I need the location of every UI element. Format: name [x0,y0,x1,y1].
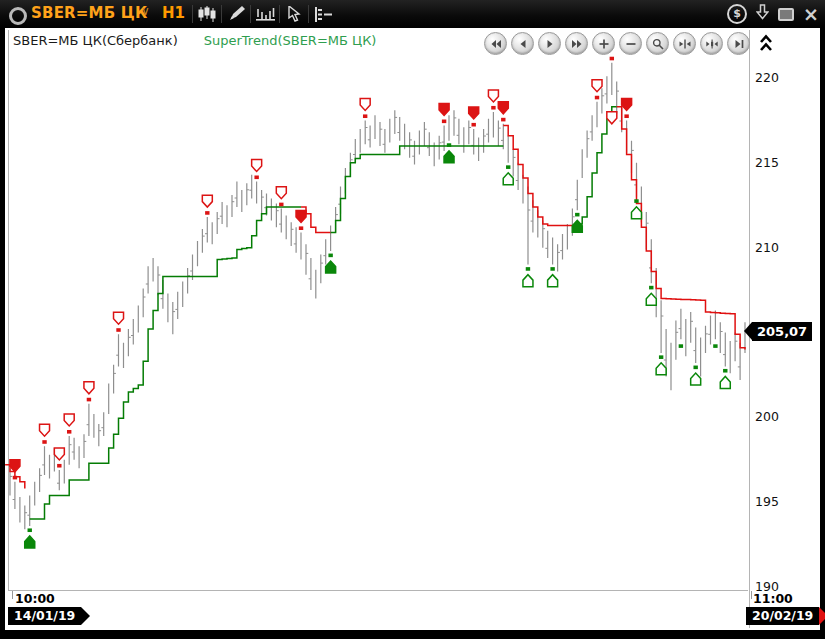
title-bar[interactable]: SBER=МБ ЦК ∨ H1 [0,0,825,28]
restore-icon[interactable] [778,8,794,21]
sell-dot-icon [299,226,303,230]
buy-dot-icon [723,369,727,373]
buy-signal-icon [444,151,454,163]
levels-icon[interactable] [311,3,335,25]
buy-dot-icon [713,344,717,348]
scroll-right-button[interactable] [538,32,561,55]
time-axis-tick [751,591,752,599]
sell-dot-icon [116,328,120,332]
buy-dot-icon [28,528,32,532]
sell-signal-icon [276,187,286,199]
sell-dot-icon [442,120,446,124]
buy-dot-icon [550,267,554,271]
sell-dot-icon [610,57,614,61]
buy-signal-icon [572,220,582,232]
buy-dot-icon [659,355,663,359]
sell-dot-icon [491,106,495,110]
sell-dot-icon [471,123,475,127]
toolbar-separator [308,5,309,23]
sell-signal-icon [469,107,479,119]
sell-signal-icon [40,424,50,436]
buy-signal-icon [548,275,558,287]
currency-icon[interactable]: $ [727,4,747,24]
compress-bars-button[interactable] [700,32,723,55]
date-tag-start: 14/01/19 [8,607,81,625]
buy-dot-icon [506,165,510,169]
time-axis-tick [12,591,13,599]
sell-dot-icon [205,211,209,215]
sell-signal-icon [488,90,498,102]
buy-signal-icon [646,293,656,305]
buy-dot-icon [679,344,683,348]
volume-icon[interactable] [253,3,277,25]
price-tick-label: 215 [755,155,799,170]
toolbar-separator [279,5,280,23]
sell-dot-icon [13,476,17,480]
toolbar-separator [192,5,193,23]
sell-signal-icon [114,312,124,324]
timeframe-label[interactable]: H1 [162,4,185,22]
chart-legend: SBER=МБ ЦК(Сбербанк)SuperTrend(SBER=МБ Ц… [13,33,376,48]
time-label-start: 10:00 [15,591,55,606]
download-icon[interactable] [756,4,769,24]
buy-dot-icon [634,199,638,203]
candles-icon[interactable] [195,3,219,25]
sell-dot-icon [42,440,46,444]
buy-signal-icon [25,536,35,548]
sell-dot-icon [363,114,367,118]
buy-signal-icon [326,261,336,273]
buy-dot-icon [328,254,332,258]
price-tick-label: 200 [755,409,799,424]
sell-dot-icon [87,398,91,402]
connection-status-icon [9,7,27,25]
legend-instrument: SBER=МБ ЦК(Сбербанк) [13,33,178,48]
zoom-out-button[interactable] [619,32,642,55]
cursor-icon[interactable] [282,3,306,25]
price-chart[interactable] [5,55,747,591]
zoom-box-button[interactable] [646,32,669,55]
supertrend-line-up [30,207,301,519]
buy-signal-icon [656,363,666,375]
buy-signal-icon [631,207,641,219]
sell-signal-icon [439,104,449,116]
supertrend-line-down [503,126,577,226]
go-to-end-button[interactable] [727,32,750,55]
sell-signal-icon [84,382,94,394]
compress-scale-button[interactable] [673,32,696,55]
scroll-fast-left-button[interactable] [484,32,507,55]
sell-dot-icon [57,464,61,468]
buy-signal-icon [523,275,533,287]
sell-signal-icon [202,195,212,207]
last-price-tag: 205,07 [752,322,812,341]
chart-navbar [484,32,773,55]
close-icon[interactable]: × [803,5,819,23]
instrument-title[interactable]: SBER=МБ ЦК [31,4,147,22]
price-tick-label: 195 [755,494,799,509]
supertrend-line-up [331,146,504,233]
scroll-fast-right-button[interactable] [565,32,588,55]
collapse-panel-icon[interactable] [759,34,773,53]
sell-signal-icon [296,210,306,222]
sell-dot-icon [254,175,258,179]
buy-dot-icon [575,213,579,217]
draw-icon[interactable] [224,3,248,25]
sell-dot-icon [67,430,71,434]
buy-signal-icon [691,373,701,385]
buy-dot-icon [693,366,697,370]
sell-signal-icon [10,460,20,472]
zoom-in-button[interactable] [592,32,615,55]
buy-signal-icon [503,173,513,185]
buy-dot-icon [526,267,530,271]
sell-dot-icon [595,96,599,100]
price-tick-label: 220 [755,70,799,85]
sell-signal-icon [64,414,74,426]
price-bars [10,63,745,530]
buy-dot-icon [447,143,451,147]
toolbar-separator [250,5,251,23]
chevron-down-icon[interactable]: ∨ [141,4,150,18]
sell-dot-icon [279,203,283,207]
buy-signal-icon [720,376,730,388]
scroll-left-button[interactable] [511,32,534,55]
sell-signal-icon [498,102,508,114]
sell-dot-icon [501,118,505,122]
